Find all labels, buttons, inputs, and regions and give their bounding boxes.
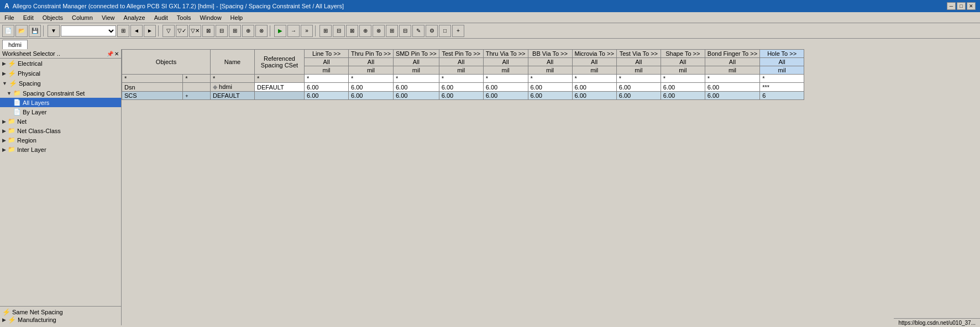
sidebar-item-electrical[interactable]: ▶ ⚡ Electrical — [0, 59, 121, 68]
cell-smdpin-dsn[interactable]: 6.00 — [393, 83, 439, 92]
toolbar-dropdown-select[interactable] — [61, 25, 116, 36]
toolbar-filter3[interactable]: ▽✕ — [189, 25, 201, 37]
cell-testpin-scs[interactable]: 6.00 — [439, 92, 483, 100]
cell-name-dsn: ◆ hdmi — [211, 83, 255, 92]
toolbar-filter2[interactable]: ▽✓ — [176, 25, 188, 37]
col-header-hole[interactable]: Hole To >> — [760, 50, 804, 58]
toolbar-grid2[interactable]: ⊟ — [333, 25, 345, 37]
toolbar-nav1[interactable]: → — [287, 25, 300, 37]
maximize-button[interactable]: □ — [957, 2, 966, 10]
cell-shape-dsn[interactable]: 6.00 — [661, 83, 705, 92]
minimize-button[interactable]: ─ — [947, 2, 956, 10]
expand-scs-row-icon[interactable]: + — [185, 93, 188, 99]
menu-edit[interactable]: Edit — [19, 14, 38, 22]
menu-view[interactable]: View — [97, 14, 119, 22]
cell-hole-dsn[interactable]: *** — [760, 83, 804, 92]
cell-microvia-wildcard: * — [572, 75, 616, 83]
cell-smdpin-scs[interactable]: 6.00 — [393, 92, 439, 100]
col-header-microvia[interactable]: Microvia To >> — [572, 50, 616, 58]
col-header-bb-via[interactable]: BB Via To >> — [528, 50, 572, 58]
cell-hole-scs[interactable]: 6 — [760, 92, 804, 100]
toolbar-nav2[interactable]: » — [301, 25, 313, 37]
cell-shape-scs[interactable]: 6.00 — [661, 92, 705, 100]
toolbar-grid1[interactable]: ⊞ — [319, 25, 332, 37]
menu-column[interactable]: Column — [67, 14, 97, 22]
toolbar-grid11[interactable]: + — [452, 25, 464, 37]
sidebar-item-by-layer[interactable]: 📄 By Layer — [0, 107, 121, 117]
sidebar-footer: ⚡ Same Net Spacing ▶ ⚡ Manufacturing — [0, 306, 121, 325]
menu-objects[interactable]: Objects — [38, 14, 67, 22]
tab-hdmi[interactable]: hdmi — [2, 40, 28, 49]
toolbar-dropdown-btn[interactable]: ▼ — [48, 25, 60, 37]
sidebar-item-spacing-constraint-set[interactable]: ▼ 📁 Spacing Constraint Set — [0, 88, 121, 98]
cell-hole-wildcard: * — [760, 75, 804, 83]
cell-testpin-wildcard: * — [439, 75, 483, 83]
toolbar-new[interactable]: 📄 — [2, 25, 14, 37]
cell-microvia-dsn[interactable]: 6.00 — [572, 83, 616, 92]
sidebar-item-inter-layer[interactable]: ▶ 📁 Inter Layer — [0, 145, 121, 154]
menu-analyze[interactable]: Analyze — [119, 14, 150, 22]
cell-bond-dsn[interactable]: 6.00 — [705, 83, 759, 92]
cell-bbvia-scs[interactable]: 6.00 — [528, 92, 572, 100]
col-header-thru-via[interactable]: Thru Via To >> — [483, 50, 528, 58]
cell-thruvia-dsn[interactable]: 6.00 — [483, 83, 528, 92]
cell-thrupin-scs[interactable]: 6.00 — [349, 92, 394, 100]
col-header-test-via[interactable]: Test Via To >> — [616, 50, 661, 58]
toolbar-btn1[interactable]: ⊞ — [117, 25, 129, 37]
toolbar-grid10[interactable]: □ — [439, 25, 451, 37]
cell-bond-scs[interactable]: 6.00 — [705, 92, 759, 100]
sidebar-item-net-class-class[interactable]: ▶ 📁 Net Class-Class — [0, 126, 121, 135]
sidebar-mfg-label: Manufacturing — [18, 317, 56, 323]
sidebar-item-region[interactable]: ▶ 📁 Region — [0, 135, 121, 145]
cell-thrupin-dsn[interactable]: 6.00 — [349, 83, 394, 92]
toolbar-open[interactable]: 📂 — [15, 25, 28, 37]
toolbar-grid7[interactable]: ⊟ — [399, 25, 411, 37]
menu-window[interactable]: Window — [195, 14, 226, 22]
toolbar-grid3[interactable]: ⊠ — [346, 25, 358, 37]
toolbar-btn3[interactable]: ► — [144, 25, 156, 37]
col-header-smd-pin[interactable]: SMD Pin To >> — [393, 50, 439, 58]
cell-testpin-dsn[interactable]: 6.00 — [439, 83, 483, 92]
col-header-thru-pin[interactable]: Thru Pin To >> — [349, 50, 394, 58]
sidebar-pin-icon[interactable]: 📌 — [107, 51, 113, 57]
toolbar-filter8[interactable]: ⊗ — [255, 25, 268, 37]
toolbar-filter5[interactable]: ⊟ — [216, 25, 228, 37]
toolbar-save[interactable]: 💾 — [29, 25, 41, 37]
toolbar-grid4[interactable]: ⊕ — [359, 25, 371, 37]
menu-audit[interactable]: Audit — [150, 14, 172, 22]
cell-microvia-scs[interactable]: 6.00 — [572, 92, 616, 100]
cell-testva-dsn[interactable]: 6.00 — [616, 83, 661, 92]
sidebar-item-all-layers[interactable]: 📄 All Layers — [0, 98, 121, 107]
toolbar-btn2[interactable]: ◄ — [130, 25, 143, 37]
cell-line-dsn[interactable]: 6.00 — [305, 83, 349, 92]
grid-wrapper[interactable]: Objects Name ReferencedSpacing CSet Line… — [122, 49, 980, 325]
toolbar-arrow-green[interactable]: ▶ — [274, 25, 286, 37]
menu-help[interactable]: Help — [226, 14, 248, 22]
sidebar-item-physical[interactable]: ▶ ⚡ Physical — [0, 68, 121, 78]
sidebar-item-net[interactable]: ▶ 📁 Net — [0, 117, 121, 126]
col-header-bond-finger[interactable]: Bond Finger To >> — [705, 50, 759, 58]
sidebar-same-net-spacing[interactable]: ⚡ Same Net Spacing — [2, 308, 119, 316]
toolbar-grid6[interactable]: ⊞ — [386, 25, 398, 37]
close-button[interactable]: ✕ — [967, 2, 976, 10]
toolbar-grid8[interactable]: ✎ — [412, 25, 425, 37]
sidebar-close-icon[interactable]: ✕ — [114, 51, 119, 57]
menu-tools[interactable]: Tools — [172, 14, 196, 22]
menu-file[interactable]: File — [0, 14, 19, 22]
toolbar-filter4[interactable]: ⊠ — [202, 25, 214, 37]
sidebar-manufacturing[interactable]: ▶ ⚡ Manufacturing — [2, 316, 119, 324]
cell-name-scs: DEFAULT — [211, 92, 255, 100]
col-header-line-to[interactable]: Line To >> — [305, 50, 349, 58]
toolbar-filter7[interactable]: ⊕ — [242, 25, 254, 37]
sidebar-item-spacing[interactable]: ▼ ⚡ Spacing — [0, 78, 121, 88]
toolbar-grid9[interactable]: ⚙ — [426, 25, 438, 37]
col-header-test-pin[interactable]: Test Pin To >> — [439, 50, 483, 58]
toolbar-grid5[interactable]: ⊗ — [373, 25, 385, 37]
cell-testva-scs[interactable]: 6.00 — [616, 92, 661, 100]
col-header-shape[interactable]: Shape To >> — [661, 50, 705, 58]
toolbar-filter6[interactable]: ⊞ — [229, 25, 241, 37]
cell-line-scs[interactable]: 6.00 — [305, 92, 349, 100]
toolbar-filter1[interactable]: ▽ — [163, 25, 175, 37]
cell-bbvia-dsn[interactable]: 6.00 — [528, 83, 572, 92]
cell-thruvia-scs[interactable]: 6.00 — [483, 92, 528, 100]
